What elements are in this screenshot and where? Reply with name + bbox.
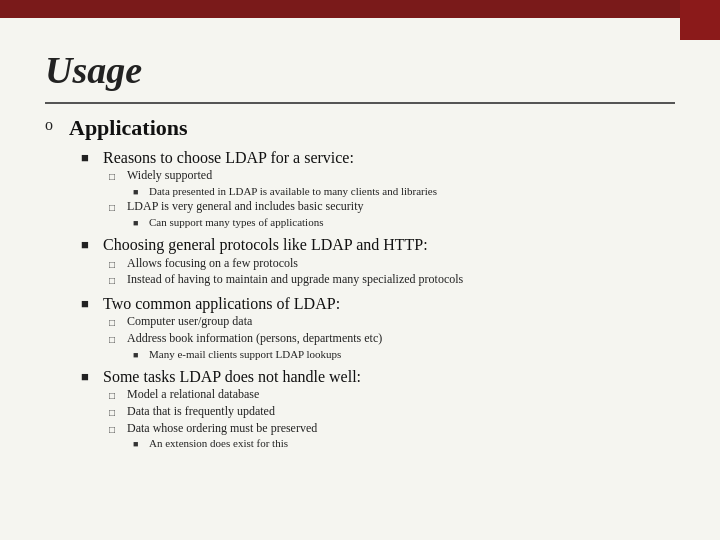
email-clients-bullet: ■ <box>133 350 143 360</box>
ordering-preserved-text: Data whose ordering must be preserved <box>127 421 317 437</box>
computer-user-text: Computer user/group data <box>127 314 252 330</box>
top-right-accent <box>680 0 720 40</box>
reasons-heading-row: ■ Reasons to choose LDAP for a service: <box>81 147 675 169</box>
allows-bullet: □ <box>109 259 121 270</box>
widely-supported-row: □ Widely supported <box>109 168 675 184</box>
extension-text: An extension does exist for this <box>149 436 288 450</box>
applications-heading: Applications <box>69 114 188 143</box>
general-sub-text: Can support many types of applications <box>149 215 323 229</box>
top-decorative-bar <box>0 0 720 18</box>
general-security-container: □ LDAP is very general and includes basi… <box>109 199 675 229</box>
frequently-updated-row: □ Data that is frequently updated <box>109 404 675 420</box>
reasons-bullet: ■ <box>81 150 95 166</box>
email-clients-text: Many e-mail clients support LDAP lookups <box>149 347 341 361</box>
tasks-heading-row: ■ Some tasks LDAP does not handle well: <box>81 366 675 388</box>
extension-bullet: ■ <box>133 439 143 449</box>
common-apps-heading-text: Two common applications of LDAP: <box>103 293 340 315</box>
computer-user-container: □ Computer user/group data <box>109 314 675 330</box>
reasons-heading-text: Reasons to choose LDAP for a service: <box>103 147 354 169</box>
instead-container: □ Instead of having to maintain and upgr… <box>109 272 675 288</box>
email-clients-row: ■ Many e-mail clients support LDAP looku… <box>133 347 675 361</box>
widely-sub-container: ■ Data presented in LDAP is available to… <box>133 184 675 198</box>
model-db-bullet: □ <box>109 390 121 401</box>
extension-container: ■ An extension does exist for this <box>133 436 675 450</box>
widely-bullet: □ <box>109 171 121 182</box>
computer-user-bullet: □ <box>109 317 121 328</box>
level1-applications: o Applications <box>45 114 675 143</box>
frequently-updated-text: Data that is frequently updated <box>127 404 275 420</box>
protocols-heading-row: ■ Choosing general protocols like LDAP a… <box>81 234 675 256</box>
title-divider <box>45 102 675 104</box>
ordering-preserved-container: □ Data whose ordering must be preserved … <box>109 421 675 451</box>
widely-supported-container: □ Widely supported ■ Data presented in L… <box>109 168 675 198</box>
widely-sub-row: ■ Data presented in LDAP is available to… <box>133 184 675 198</box>
tasks-section: ■ Some tasks LDAP does not handle well: … <box>81 366 675 451</box>
ordering-preserved-bullet: □ <box>109 424 121 435</box>
instead-bullet: □ <box>109 275 121 286</box>
tasks-heading-text: Some tasks LDAP does not handle well: <box>103 366 361 388</box>
email-clients-container: ■ Many e-mail clients support LDAP looku… <box>133 347 675 361</box>
general-sub-bullet: ■ <box>133 218 143 228</box>
address-book-text: Address book information (persons, depar… <box>127 331 382 347</box>
reasons-section: ■ Reasons to choose LDAP for a service: … <box>81 147 675 229</box>
general-sub-container: ■ Can support many types of applications <box>133 215 675 229</box>
general-security-text: LDAP is very general and includes basic … <box>127 199 363 215</box>
general-sub-row: ■ Can support many types of applications <box>133 215 675 229</box>
model-db-row: □ Model a relational database <box>109 387 675 403</box>
address-book-row: □ Address book information (persons, dep… <box>109 331 675 347</box>
general-bullet: □ <box>109 202 121 213</box>
instead-row: □ Instead of having to maintain and upgr… <box>109 272 675 288</box>
common-apps-heading-row: ■ Two common applications of LDAP: <box>81 293 675 315</box>
model-db-text: Model a relational database <box>127 387 259 403</box>
address-book-container: □ Address book information (persons, dep… <box>109 331 675 361</box>
common-apps-section: ■ Two common applications of LDAP: □ Com… <box>81 293 675 361</box>
instead-text: Instead of having to maintain and upgrad… <box>127 272 463 288</box>
widely-sub-bullet: ■ <box>133 187 143 197</box>
allows-row: □ Allows focusing on a few protocols <box>109 256 675 272</box>
general-security-row: □ LDAP is very general and includes basi… <box>109 199 675 215</box>
ordering-preserved-row: □ Data whose ordering must be preserved <box>109 421 675 437</box>
common-apps-bullet: ■ <box>81 296 95 312</box>
widely-supported-text: Widely supported <box>127 168 212 184</box>
protocols-heading-text: Choosing general protocols like LDAP and… <box>103 234 428 256</box>
computer-user-row: □ Computer user/group data <box>109 314 675 330</box>
protocols-section: ■ Choosing general protocols like LDAP a… <box>81 234 675 288</box>
level1-bullet: o <box>45 116 61 134</box>
allows-text: Allows focusing on a few protocols <box>127 256 298 272</box>
slide-title: Usage <box>45 48 675 92</box>
frequently-updated-bullet: □ <box>109 407 121 418</box>
address-book-bullet: □ <box>109 334 121 345</box>
widely-sub-text: Data presented in LDAP is available to m… <box>149 184 437 198</box>
slide-content: Usage o Applications ■ Reasons to choose… <box>0 18 720 540</box>
tasks-bullet: ■ <box>81 369 95 385</box>
allows-container: □ Allows focusing on a few protocols <box>109 256 675 272</box>
frequently-updated-container: □ Data that is frequently updated <box>109 404 675 420</box>
model-db-container: □ Model a relational database <box>109 387 675 403</box>
protocols-bullet: ■ <box>81 237 95 253</box>
extension-row: ■ An extension does exist for this <box>133 436 675 450</box>
